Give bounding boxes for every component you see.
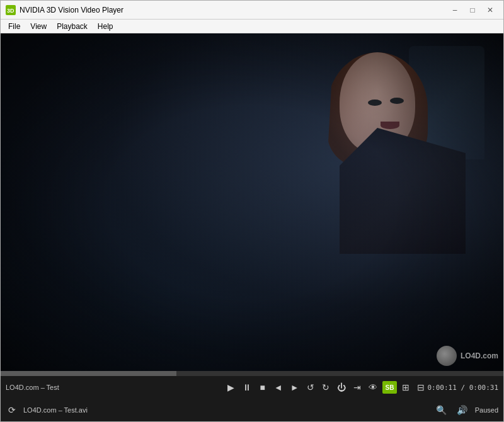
watermark-logo <box>437 346 457 366</box>
sbs-button[interactable]: SB <box>382 381 398 394</box>
file-name: LO4D.com – Test.avi <box>23 406 88 414</box>
progress-fill <box>1 371 176 376</box>
window-title: NVIDIA 3D Vision Video Player <box>20 6 447 14</box>
prev-button[interactable]: ◄ <box>272 379 285 396</box>
title-bar: 3D NVIDIA 3D Vision Video Player – □ ✕ <box>1 1 503 20</box>
step-forward-button[interactable]: ⇥ <box>351 379 364 396</box>
menu-bar: File View Playback Help <box>1 20 503 33</box>
rewind-button[interactable]: ↺ <box>304 379 317 396</box>
file-info-row: ⟳ LO4D.com – Test.avi 🔍 🔊 Paused <box>1 399 503 421</box>
power-button[interactable]: ⏻ <box>335 379 348 396</box>
maximize-button[interactable]: □ <box>464 4 481 16</box>
file-info-left: ⟳ LO4D.com – Test.avi <box>6 402 433 418</box>
file-title: LO4D.com – Test <box>6 384 225 391</box>
watermark-text: LO4D.com <box>461 351 498 360</box>
main-window: 3D NVIDIA 3D Vision Video Player – □ ✕ F… <box>0 0 504 422</box>
forward-button[interactable]: ↻ <box>319 379 332 396</box>
menu-help[interactable]: Help <box>93 20 118 33</box>
app-icon: 3D <box>6 5 16 15</box>
playback-controls: ▶ ⏸ ■ ◄ ► ↺ ↻ ⏻ ⇥ 👁 SB ⊞ ⊟ <box>225 379 428 396</box>
menu-playback[interactable]: Playback <box>52 20 93 33</box>
bottom-panel: LO4D.com – Test ▶ ⏸ ■ ◄ ► ↺ ↻ ⏻ ⇥ 👁 SB ⊞… <box>1 371 503 421</box>
loop-button[interactable]: ⟳ <box>6 402 18 418</box>
volume-button[interactable]: 🔊 <box>454 402 470 418</box>
paused-status: Paused <box>475 406 498 414</box>
menu-file[interactable]: File <box>3 20 25 33</box>
time-display-area: 0:00:11 / 0:00:31 <box>427 384 498 392</box>
pause-button[interactable]: ⏸ <box>240 379 254 396</box>
window-controls: – □ ✕ <box>447 4 498 16</box>
close-button[interactable]: ✕ <box>482 4 498 16</box>
time-current: 0:00:11 / 0:00:31 <box>427 384 498 392</box>
minimize-button[interactable]: – <box>447 4 463 16</box>
play-button[interactable]: ▶ <box>225 379 238 396</box>
next-button[interactable]: ► <box>288 379 302 396</box>
stop-button[interactable]: ■ <box>256 379 269 396</box>
svg-text:3D: 3D <box>7 8 14 14</box>
progress-bar[interactable] <box>1 371 503 376</box>
watermark: LO4D.com <box>437 346 498 366</box>
menu-view[interactable]: View <box>25 20 52 33</box>
eye-button[interactable]: 👁 <box>366 379 380 396</box>
resize1-button[interactable]: ⊞ <box>399 379 412 396</box>
zoom-button[interactable]: 🔍 <box>433 402 449 418</box>
controls-row: LO4D.com – Test ▶ ⏸ ■ ◄ ► ↺ ↻ ⏻ ⇥ 👁 SB ⊞… <box>1 376 503 399</box>
file-info-right: 🔍 🔊 Paused <box>433 402 498 418</box>
video-scene: LO4D.com <box>1 33 503 371</box>
resize2-button[interactable]: ⊟ <box>415 379 427 396</box>
video-display: LO4D.com <box>1 33 503 371</box>
media-title: LO4D.com – Test <box>6 384 59 391</box>
